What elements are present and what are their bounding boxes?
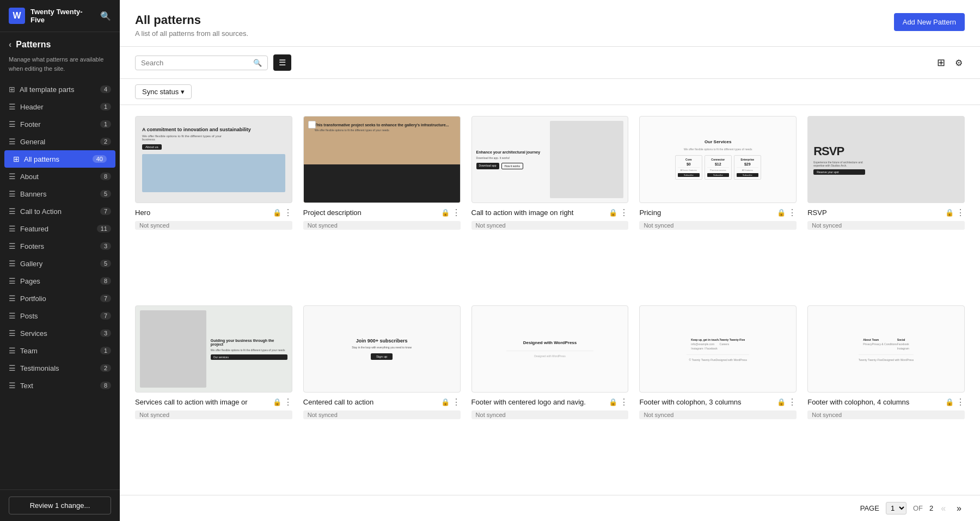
pattern-preview-footer-centered[interactable]: Designed with WordPressDesigned with Wor… <box>471 305 629 393</box>
sidebar-item-about[interactable]: ☰ About 8 <box>0 168 120 185</box>
toolbar-right: ⊞ ⚙ <box>935 54 965 71</box>
folder-icon: ☰ <box>9 224 16 233</box>
more-options-icon[interactable]: ⋮ <box>956 207 965 218</box>
pattern-grid: A commitment to innovation and sustainab… <box>120 105 980 495</box>
sidebar-search-icon[interactable]: 🔍 <box>100 11 111 21</box>
sidebar-item-banners[interactable]: ☰ Banners 5 <box>0 185 120 203</box>
sidebar-item-services[interactable]: ☰ Services 3 <box>0 324 120 342</box>
sidebar-item-gallery[interactable]: ☰ Gallery 5 <box>0 255 120 272</box>
pattern-preview-project-description[interactable]: This transformative project seeks to enh… <box>303 116 461 203</box>
pattern-preview-pricing[interactable]: Our ServicesWe offer flexible options to… <box>639 116 797 203</box>
add-new-pattern-button[interactable]: Add New Pattern <box>894 13 965 31</box>
nav-count: 11 <box>97 225 111 232</box>
next-page-button[interactable]: » <box>953 502 965 514</box>
page-title: All patterns <box>135 13 248 27</box>
grid-view-button[interactable]: ⊞ <box>935 54 947 71</box>
first-page-button[interactable]: « <box>938 502 949 514</box>
sidebar-item-general[interactable]: ☰ General 2 <box>0 133 120 150</box>
sidebar-item-posts[interactable]: ☰ Posts 7 <box>0 307 120 324</box>
pattern-preview-hero[interactable]: A commitment to innovation and sustainab… <box>135 116 292 203</box>
chevron-down-icon: ▾ <box>181 88 185 96</box>
folder-icon: ☰ <box>9 137 16 146</box>
lock-icon: 🔒 <box>777 398 786 406</box>
more-options-icon[interactable]: ⋮ <box>788 207 797 218</box>
more-options-icon[interactable]: ⋮ <box>284 397 292 407</box>
wp-logo[interactable]: W <box>9 8 25 24</box>
sidebar-nav: ⊞ All template parts 4 ☰ Header 1 ☰ Foot… <box>0 81 120 394</box>
lock-icon: 🔒 <box>273 398 281 406</box>
more-options-icon[interactable]: ⋮ <box>788 397 797 407</box>
more-options-icon[interactable]: ⋮ <box>452 207 461 218</box>
sidebar-item-footers[interactable]: ☰ Footers 3 <box>0 237 120 255</box>
sidebar-item-text[interactable]: ☰ Text 8 <box>0 377 120 394</box>
not-synced-badge: Not synced <box>807 221 965 230</box>
search-icon[interactable]: 🔍 <box>253 59 262 67</box>
pattern-name: Centered call to action <box>303 398 441 406</box>
pattern-checkbox[interactable] <box>308 121 316 128</box>
sidebar-item-footer[interactable]: ☰ Footer 1 <box>0 115 120 133</box>
page-subtitle: A list of all patterns from all sources. <box>135 29 248 38</box>
nav-count: 1 <box>100 347 111 354</box>
nav-label: All patterns <box>24 155 59 163</box>
pattern-name: RSVP <box>807 209 945 217</box>
not-synced-badge: Not synced <box>807 410 965 419</box>
page-select[interactable]: 1 2 <box>886 502 906 514</box>
pattern-preview-footer-colophon-4[interactable]: AboutPrivacyTeamPrivacy & ConditionsSoci… <box>807 305 965 393</box>
sidebar-item-all-template-parts[interactable]: ⊞ All template parts 4 <box>0 81 120 98</box>
sidebar-item-pages[interactable]: ☰ Pages 8 <box>0 272 120 290</box>
list-view-button[interactable]: ☰ <box>273 54 291 71</box>
sidebar-item-portfolio[interactable]: ☰ Portfolio 7 <box>0 290 120 307</box>
pattern-card-rsvp: RSVPExperience the future of architectur… <box>807 116 965 295</box>
sidebar-item-testimonials[interactable]: ☰ Testimonials 2 <box>0 359 120 377</box>
folder-icon: ☰ <box>9 120 16 128</box>
nav-count: 5 <box>100 260 111 267</box>
more-options-icon[interactable]: ⋮ <box>452 397 461 407</box>
nav-label: Footer <box>20 120 41 128</box>
sidebar-item-team[interactable]: ☰ Team 1 <box>0 342 120 359</box>
nav-label: Gallery <box>20 260 42 268</box>
more-options-icon[interactable]: ⋮ <box>956 397 965 407</box>
settings-button[interactable]: ⚙ <box>953 56 965 70</box>
nav-label: Banners <box>20 190 46 198</box>
page-of-label: OF <box>913 504 923 512</box>
pattern-preview-cta-image-right[interactable]: Enhance your architectural journeyDownlo… <box>471 116 629 203</box>
pattern-preview-centered-cta[interactable]: Join 900+ subscribersStay in the loop wi… <box>303 305 461 393</box>
review-button[interactable]: Review 1 change... <box>9 497 111 514</box>
pagination: PAGE 1 2 OF 2 « » <box>120 495 980 521</box>
more-options-icon[interactable]: ⋮ <box>620 207 628 218</box>
sidebar-item-all-patterns[interactable]: ⊞ All patterns 40 <box>4 150 115 168</box>
nav-label: General <box>20 138 45 146</box>
filter-bar: Sync status ▾ <box>120 79 980 105</box>
pattern-name: Project description <box>303 209 441 217</box>
lock-icon: 🔒 <box>441 398 450 406</box>
search-input[interactable] <box>141 59 250 67</box>
folder-icon: ☰ <box>9 242 16 250</box>
sync-status-filter-button[interactable]: Sync status ▾ <box>135 84 192 99</box>
nav-count: 8 <box>100 277 111 285</box>
more-options-icon[interactable]: ⋮ <box>284 207 292 218</box>
header-left: All patterns A list of all patterns from… <box>135 13 248 38</box>
pattern-card-centered-cta: Join 900+ subscribersStay in the loop wi… <box>303 305 461 484</box>
main-content: All patterns A list of all patterns from… <box>120 0 980 521</box>
sidebar-item-featured[interactable]: ☰ Featured 11 <box>0 220 120 237</box>
more-options-icon[interactable]: ⋮ <box>620 397 628 407</box>
pattern-card-project-description: This transformative project seeks to enh… <box>303 116 461 295</box>
folder-icon: ☰ <box>9 189 16 198</box>
sync-status-label: Sync status <box>142 88 179 96</box>
pattern-name: Footer with colophon, 4 columns <box>807 398 945 406</box>
nav-count: 3 <box>100 329 111 337</box>
folder-icon: ☰ <box>9 277 16 285</box>
not-synced-badge: Not synced <box>303 410 461 419</box>
nav-label: Footers <box>20 242 44 250</box>
sidebar-item-call-to-action[interactable]: ☰ Call to Action 7 <box>0 203 120 220</box>
pattern-card-hero: A commitment to innovation and sustainab… <box>135 116 292 295</box>
nav-count: 7 <box>100 312 111 320</box>
sidebar-header: W Twenty Twenty-Five 🔍 <box>0 0 120 32</box>
pattern-preview-services-cta[interactable]: Guiding your business through the projec… <box>135 305 292 393</box>
pattern-preview-rsvp[interactable]: RSVPExperience the future of architectur… <box>807 116 965 203</box>
back-arrow-icon[interactable]: ‹ <box>9 40 11 50</box>
sidebar-item-header[interactable]: ☰ Header 1 <box>0 98 120 115</box>
nav-count: 2 <box>100 138 111 145</box>
pattern-preview-footer-colophon-3[interactable]: Keep up, get in touch.info@example.comIn… <box>639 305 797 393</box>
page-total: 2 <box>929 504 933 512</box>
